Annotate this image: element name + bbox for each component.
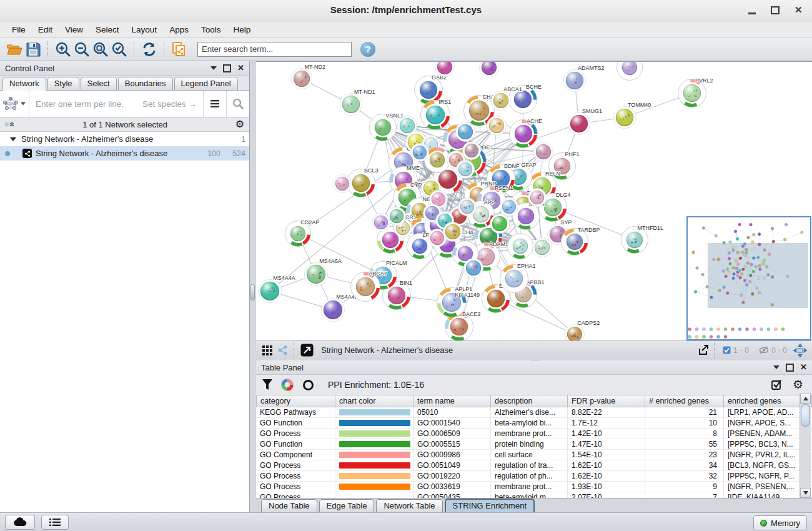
grid-mode-button[interactable] xyxy=(260,341,275,360)
undock-panel-icon[interactable] xyxy=(786,364,794,372)
birds-eye-view[interactable] xyxy=(687,217,811,340)
tab-edge-table[interactable]: Edge Table xyxy=(319,499,375,512)
menu-apps[interactable]: Apps xyxy=(164,23,194,36)
tab-select[interactable]: Select xyxy=(81,77,117,90)
network-node[interactable] xyxy=(411,144,429,162)
network-collection-row[interactable]: String Network - Alzheimer's disease 1 xyxy=(0,132,249,146)
zoom-in-button[interactable] xyxy=(54,40,72,59)
tab-network[interactable]: Network xyxy=(2,77,46,91)
memory-button[interactable]: Memory xyxy=(753,515,807,530)
table-row[interactable]: GO FunctionGO:0001540beta-amyloid bi...1… xyxy=(256,418,812,429)
table-row[interactable]: GO ProcessGO:0033619membrane prot...1.93… xyxy=(256,482,812,492)
network-node[interactable]: PVRL2 xyxy=(678,77,713,107)
tab-style[interactable]: Style xyxy=(47,77,79,90)
column-header-term-name[interactable]: term name xyxy=(413,395,491,407)
menu-file[interactable]: File xyxy=(6,23,31,36)
menu-edit[interactable]: Edit xyxy=(32,23,58,36)
network-node[interactable]: ACHE xyxy=(510,118,542,148)
network-node[interactable] xyxy=(534,142,553,162)
string-query-placeholder[interactable]: Enter one term per line. xyxy=(29,99,142,109)
network-node[interactable]: BCL3 xyxy=(347,167,379,197)
network-node[interactable] xyxy=(463,142,481,160)
network-node[interactable] xyxy=(480,62,499,77)
network-node[interactable]: MTHFD1L xyxy=(621,225,664,254)
tab-boundaries[interactable]: Boundaries xyxy=(118,77,173,90)
filter-icon[interactable] xyxy=(262,379,272,390)
table-row[interactable]: GO ProcessGO:0019220regulation of ph...1… xyxy=(256,471,812,482)
tab-string-enrichment[interactable]: STRING Enrichment xyxy=(445,499,535,512)
gear-icon[interactable]: ⚙ xyxy=(235,119,244,129)
network-node[interactable] xyxy=(456,122,475,142)
export-network-button[interactable] xyxy=(695,341,711,360)
navigation-button[interactable] xyxy=(792,341,808,360)
string-protein-query-selector[interactable]: STRING xyxy=(0,91,29,117)
zoom-out-button[interactable] xyxy=(72,40,91,59)
query-options-button[interactable] xyxy=(203,91,226,117)
network-node[interactable] xyxy=(334,175,352,193)
float-panel-icon[interactable] xyxy=(210,66,217,70)
help-button[interactable]: ? xyxy=(360,42,375,57)
network-node[interactable] xyxy=(428,229,447,247)
menu-view[interactable]: View xyxy=(59,23,89,36)
table-scrollbar[interactable] xyxy=(800,394,811,498)
string-search-button[interactable] xyxy=(226,91,249,117)
column-header--enriched-genes[interactable]: # enriched genes xyxy=(645,395,724,407)
network-node[interactable] xyxy=(528,189,547,207)
network-node[interactable] xyxy=(487,116,507,136)
close-panel-icon[interactable]: ✕ xyxy=(800,364,807,370)
network-node[interactable]: MT-ND2 xyxy=(292,64,326,89)
network-node[interactable]: TARDBP xyxy=(562,227,600,256)
cloud-tasks-button[interactable] xyxy=(5,515,35,530)
scroll-up-button[interactable] xyxy=(800,394,811,404)
network-node[interactable] xyxy=(617,62,643,81)
network-node[interactable]: MS4A6A xyxy=(305,258,342,286)
network-canvas[interactable]: MT-ND2MT-ND1VSNL1GAB2ADAMTS2PVRL2TOMM40S… xyxy=(256,62,812,341)
network-node[interactable] xyxy=(372,214,390,232)
open-in-browser-button[interactable] xyxy=(299,341,315,360)
table-row[interactable]: GO ComponentGO:0009986cell surface1.54E-… xyxy=(256,450,812,460)
scrollbar-thumb[interactable] xyxy=(801,404,810,427)
network-node[interactable] xyxy=(490,214,510,234)
tab-legend-panel[interactable]: Legend Panel xyxy=(174,77,238,90)
search-input[interactable] xyxy=(197,42,352,57)
minimize-icon[interactable] xyxy=(748,6,756,14)
close-panel-icon[interactable]: ✕ xyxy=(237,65,244,71)
task-history-button[interactable] xyxy=(41,515,69,530)
float-panel-icon[interactable] xyxy=(773,365,780,369)
tree-expand-icon[interactable] xyxy=(10,137,16,141)
zoom-selected-button[interactable] xyxy=(110,40,129,59)
network-node[interactable] xyxy=(458,198,477,216)
tab-network-table[interactable]: Network Table xyxy=(376,499,442,512)
network-node[interactable] xyxy=(500,198,518,216)
column-header-FDR-p-value[interactable]: FDR p-value xyxy=(568,395,645,407)
scroll-down-button[interactable] xyxy=(800,488,811,498)
column-header-chart-color[interactable]: chart color xyxy=(335,395,413,407)
enrichment-settings-gear-icon[interactable]: ⚙ xyxy=(793,380,803,390)
table-row[interactable]: KEGG Pathways05010Alzheimer's dise...8.8… xyxy=(256,407,812,418)
menu-tools[interactable]: Tools xyxy=(196,23,227,36)
network-node[interactable]: CD2AP xyxy=(285,219,320,247)
menu-select[interactable]: Select xyxy=(90,23,125,36)
save-session-button[interactable] xyxy=(24,40,42,59)
maximize-icon[interactable] xyxy=(771,6,780,14)
expand-all-icon[interactable]: « xyxy=(7,122,17,127)
open-session-button[interactable] xyxy=(5,40,24,59)
zoom-fit-button[interactable] xyxy=(91,40,110,59)
network-node[interactable]: CADPS2 xyxy=(565,320,600,341)
network-view[interactable]: MT-ND2MT-ND1VSNL1GAB2ADAMTS2PVRL2TOMM40S… xyxy=(256,61,812,341)
network-node[interactable]: TOMM40 xyxy=(614,102,651,129)
network-node[interactable] xyxy=(457,161,475,179)
refresh-button[interactable] xyxy=(140,40,159,59)
splitter-handle[interactable] xyxy=(250,284,255,300)
column-header-enriched-genes[interactable]: enriched genes xyxy=(724,395,801,407)
close-icon[interactable]: ✕ xyxy=(795,6,803,14)
column-header-description[interactable]: description xyxy=(491,395,568,407)
network-node[interactable]: ADAMTS2 xyxy=(564,65,605,92)
network-node[interactable]: MT-ND1 xyxy=(340,89,375,116)
menu-layout[interactable]: Layout xyxy=(126,23,163,36)
network-node[interactable]: MS4A4A xyxy=(259,275,295,303)
undock-panel-icon[interactable] xyxy=(223,64,231,72)
donut-chart-icon[interactable] xyxy=(281,379,294,391)
table-row[interactable]: GO FunctionGO:0005515protein binding1.47… xyxy=(256,439,812,450)
column-header-category[interactable]: category xyxy=(256,395,335,407)
